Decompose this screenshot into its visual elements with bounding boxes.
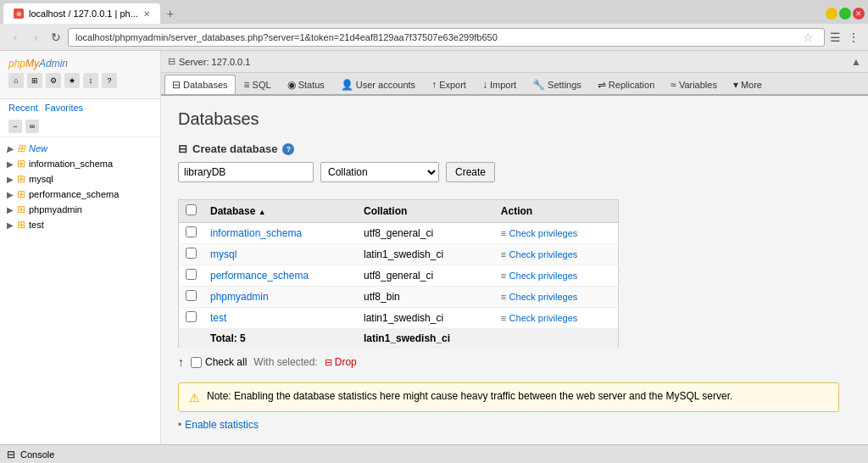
databases-table: Database Collation Action information_sc… <box>178 199 619 349</box>
tab-import-label: Import <box>490 80 516 90</box>
favorites-link[interactable]: Favorites <box>45 103 83 113</box>
sort-asc-icon <box>259 205 266 217</box>
db-toggle-icon: ▶ <box>7 159 14 169</box>
db-link[interactable]: test <box>210 312 226 324</box>
sidebar-item-performance_schema[interactable]: ▶ ⊞ performance_schema <box>0 187 160 202</box>
pma-db-icon[interactable]: ⊞ <box>27 73 42 88</box>
tab-more-label: More <box>741 80 762 90</box>
window-maximize-btn[interactable] <box>839 8 851 20</box>
pma-sync-icon[interactable]: ↕ <box>83 73 98 88</box>
tab-status[interactable]: ◉ Status <box>280 75 332 94</box>
tab-databases[interactable]: ⊟ Databases <box>164 75 236 94</box>
pma-settings-icon[interactable]: ⚙ <box>46 73 61 88</box>
row-action: ≡ Check privileges <box>494 308 619 329</box>
warning-text: Note: Enabling the database statistics h… <box>207 390 732 402</box>
bookmark-btn[interactable]: ☆ <box>799 31 817 44</box>
table-row: phpmyadmin utf8_bin ≡ Check privileges <box>179 287 619 308</box>
collation-select[interactable]: Collation <box>320 162 439 182</box>
new-database-item[interactable]: ▶ ⊞ New <box>0 141 160 156</box>
sidebar-collapse-btn[interactable]: − <box>8 120 22 133</box>
up-arrow-icon[interactable]: ↑ <box>178 355 184 369</box>
table-row: performance_schema utf8_general_ci ≡ Che… <box>179 265 619 287</box>
new-tab-btn[interactable]: + <box>160 3 181 24</box>
tab-import[interactable]: ↓ Import <box>475 75 524 94</box>
pma-icon-bar: ⌂ ⊞ ⚙ ★ ↕ ? <box>8 70 152 92</box>
browser-options-btn[interactable]: ⋮ <box>846 31 861 44</box>
import-tab-icon: ↓ <box>482 79 487 91</box>
tab-sql-label: SQL <box>253 80 271 90</box>
check-all-label[interactable]: Check all <box>191 356 247 368</box>
pma-prefs-icon[interactable]: ★ <box>64 73 80 88</box>
table-row: information_schema utf8_general_ci ≡ Che… <box>179 223 619 244</box>
check-privileges-link[interactable]: Check privileges <box>509 249 578 259</box>
row-select-checkbox[interactable] <box>186 269 197 280</box>
pma-logo-my: My <box>25 58 39 70</box>
address-bar[interactable]: localhost/phpmyadmin/server_databases.ph… <box>68 28 825 47</box>
tab-close-btn[interactable]: ✕ <box>143 9 150 19</box>
tab-variables-label: Variables <box>679 80 717 90</box>
check-privileges-link[interactable]: Check privileges <box>509 292 578 302</box>
browser-tab[interactable]: ⊕ localhost / 127.0.0.1 | ph... ✕ <box>3 3 160 24</box>
back-btn[interactable]: ‹ <box>7 29 24 46</box>
window-minimize-btn[interactable] <box>826 8 837 20</box>
browser-menu-btn[interactable]: ☰ <box>828 31 843 44</box>
create-button[interactable]: Create <box>446 162 495 182</box>
row-select-checkbox[interactable] <box>186 226 197 237</box>
help-icon[interactable]: ? <box>282 143 294 155</box>
refresh-btn[interactable]: ↻ <box>47 29 64 46</box>
recent-link[interactable]: Recent <box>8 103 38 113</box>
tab-variables[interactable]: ≈ Variables <box>663 75 725 94</box>
enable-stats-link[interactable]: •Enable statistics <box>178 419 851 431</box>
sidebar-item-mysql[interactable]: ▶ ⊞ mysql <box>0 171 160 187</box>
tab-more[interactable]: ▾ More <box>726 75 770 94</box>
pma-home-icon[interactable]: ⌂ <box>8 73 24 88</box>
warning-note: ⚠ Note: Enabling the database statistics… <box>178 382 839 412</box>
enable-stats-text: Enable statistics <box>185 419 259 431</box>
row-select-checkbox[interactable] <box>186 248 197 259</box>
main-content: ⊟ Server: 127.0.0.1 ▲ ⊟ Databases ≡ SQL … <box>161 51 868 463</box>
db-link[interactable]: mysql <box>210 248 236 260</box>
db-link[interactable]: phpmyadmin <box>210 291 269 303</box>
check-privileges-link[interactable]: Check privileges <box>509 228 578 238</box>
tab-sql[interactable]: ≡ SQL <box>236 75 279 94</box>
row-checkbox <box>179 265 204 287</box>
table-total-row: Total: 5 latin1_swedish_ci <box>179 329 619 349</box>
check-privileges-icon: ≡ <box>501 292 506 302</box>
create-db-input[interactable] <box>178 162 314 182</box>
sidebar-item-phpmyadmin[interactable]: ▶ ⊞ phpmyadmin <box>0 202 160 217</box>
nav-tabs: ⊟ Databases ≡ SQL ◉ Status 👤 User accoun… <box>161 73 868 96</box>
row-collation: utf8_general_ci <box>357 223 494 244</box>
tab-user-accounts[interactable]: 👤 User accounts <box>333 75 423 94</box>
tab-settings-label: Settings <box>548 80 581 90</box>
export-tab-icon: ↑ <box>431 79 437 91</box>
row-checkbox <box>179 308 204 329</box>
drop-link[interactable]: ⊟ Drop <box>325 356 357 368</box>
sidebar-expand-btn[interactable]: ∞ <box>25 120 39 133</box>
database-col-label: Database <box>210 205 255 217</box>
select-all-checkbox[interactable] <box>186 204 197 215</box>
tab-export[interactable]: ↑ Export <box>424 75 474 94</box>
check-privileges-link[interactable]: Check privileges <box>509 313 578 323</box>
sidebar-item-information_schema[interactable]: ▶ ⊞ information_schema <box>0 156 160 171</box>
warning-icon: ⚠ <box>189 391 200 404</box>
server-title-text: Server: 127.0.0.1 <box>179 57 250 67</box>
table-header-database[interactable]: Database <box>203 200 357 223</box>
db-link[interactable]: information_schema <box>210 227 302 239</box>
check-privileges-link[interactable]: Check privileges <box>509 271 578 281</box>
create-db-icon: ⊟ <box>178 142 187 155</box>
forward-btn[interactable]: › <box>27 29 44 46</box>
row-select-checkbox[interactable] <box>186 311 197 322</box>
pma-help-icon[interactable]: ? <box>102 73 117 88</box>
window-close-btn[interactable]: ✕ <box>853 8 865 20</box>
check-all-table-checkbox[interactable] <box>191 357 202 368</box>
tab-replication[interactable]: ⇌ Replication <box>590 75 662 94</box>
check-privileges-icon: ≡ <box>501 249 506 259</box>
row-select-checkbox[interactable] <box>186 290 197 301</box>
sidebar-item-test[interactable]: ▶ ⊞ test <box>0 217 160 232</box>
console-bar[interactable]: ⊟ Console <box>0 444 868 463</box>
db-link[interactable]: performance_schema <box>210 270 309 282</box>
row-db-name: mysql <box>203 244 357 265</box>
check-all-text: Check all <box>205 356 247 368</box>
tab-settings[interactable]: 🔧 Settings <box>525 75 589 94</box>
server-collapse-btn[interactable]: ▲ <box>851 56 861 68</box>
